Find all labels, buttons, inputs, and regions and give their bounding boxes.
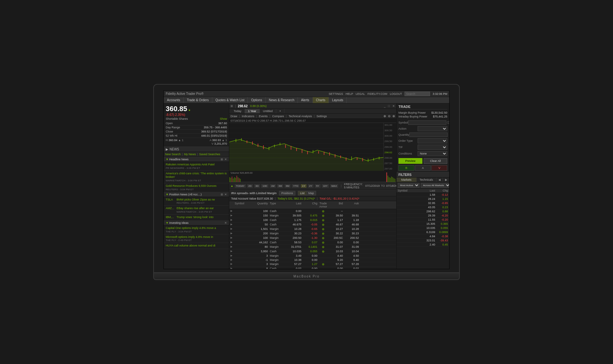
buy-btn[interactable]: B [398, 165, 414, 171]
logout-link[interactable]: LOGOUT [390, 92, 402, 95]
tab-technicals[interactable]: Technicals [417, 178, 437, 182]
position-filter-icon[interactable]: ⊞ [221, 193, 223, 196]
across-markets-select[interactable]: Across All Markets [421, 183, 449, 188]
3d-btn[interactable]: 3D [254, 184, 260, 188]
chart-maximize-icon[interactable]: □ [388, 104, 390, 108]
2d-btn[interactable]: 2D [247, 184, 253, 188]
row-expand-icon[interactable]: ▶ [231, 267, 234, 269]
draw-tool[interactable]: Draw [231, 115, 237, 118]
nav-charts[interactable]: Charts [313, 97, 329, 103]
chart-minimize-icon[interactable]: _ [384, 104, 386, 108]
investing-close-icon[interactable]: ✕ [224, 221, 227, 224]
help-link[interactable]: HELP [346, 92, 353, 95]
saved-searches-btn[interactable]: Saved Searches [199, 153, 220, 156]
row-expand-icon[interactable]: ▶ [231, 236, 234, 240]
action-select[interactable] [418, 126, 447, 131]
tab-1year[interactable]: 1 Year [245, 109, 260, 113]
list-item[interactable]: 323.01 -39.43 [397, 239, 449, 243]
search-input[interactable] [405, 92, 430, 96]
table-row[interactable]: ▶ 80 Margin 31.0701 0.1401 ⊕ 31.07 31.09 [229, 245, 396, 249]
filter-prev-icon[interactable]: ◀ [436, 178, 443, 182]
list-item[interactable]: Microsoft options imply 4.8% move in THE… [164, 234, 229, 243]
table-row[interactable]: ▶ 50 Cash 46.675 -0.05 ⊕ 46.67 46.68 [229, 223, 396, 227]
ytd-btn[interactable]: YTD [292, 184, 299, 188]
table-row[interactable]: ▶ 3 Margin 57.27 1.27 ⊕ 57.27 57.28 [229, 262, 396, 267]
nav-layouts[interactable]: Layouts [329, 97, 347, 103]
row-expand-icon[interactable]: ▶ [231, 245, 234, 249]
compare-tool[interactable]: Compare [272, 115, 284, 118]
table-row[interactable]: ▶ 200 Margin 30.23 -0.36 ⊕ 30.22 30.23 [229, 231, 396, 236]
nav-trade-orders[interactable]: Trade & Orders [184, 97, 212, 103]
chart-bottom-arrow[interactable]: ▲ [231, 184, 233, 187]
nav-alerts[interactable]: Alerts [298, 97, 313, 103]
order-type-select[interactable] [418, 138, 447, 143]
list-item[interactable]: 1.58 -0.12 [397, 193, 449, 197]
conditions-select[interactable]: None [418, 151, 447, 156]
row-expand-icon[interactable]: ▶ [231, 241, 234, 244]
list-item[interactable]: 29.39 -6.20 [397, 214, 449, 218]
row-expand-icon[interactable]: ▶ [231, 262, 234, 266]
table-row[interactable]: ▶ 100 Cash 0.00 ⊕ -- [229, 209, 396, 214]
settings-link[interactable]: SETTINGS [329, 92, 343, 95]
fidelity-link[interactable]: FIDELITY.COM [367, 92, 387, 95]
row-expand-icon[interactable]: ▶ [231, 227, 234, 231]
clear-button[interactable]: Clear All [424, 158, 448, 164]
2y-btn[interactable]: 2Y [308, 184, 314, 188]
list-item[interactable]: 28.24 1.15 [397, 197, 449, 201]
list-item[interactable]: AMZ... EBay shares rise after an ear MAR… [164, 206, 229, 215]
list-item[interactable]: America's child-care crisis: 'The entire… [164, 171, 229, 183]
list-item[interactable]: IBM,... Trump vows 'strong look' into [164, 215, 229, 221]
table-row[interactable]: ▶ 3,950 Cash 10.035 0.055 ⊕ 10.03 10.04 [229, 249, 396, 254]
indicators-tool[interactable]: Indicators [242, 115, 254, 118]
technical-analysis-tool[interactable]: Technical Analysis [289, 115, 312, 118]
list-item[interactable]: 11.55 -0.20 [397, 218, 449, 222]
positions-tab[interactable]: Positions [279, 191, 295, 195]
tab-markets[interactable]: Markets [397, 178, 417, 182]
headline-filter-icon[interactable]: ⊞ [221, 158, 223, 161]
filter-next-icon[interactable]: ▶ [443, 178, 449, 182]
quantity-input[interactable] [409, 133, 448, 137]
most-active-select[interactable]: Most Active [398, 183, 420, 188]
nav-options[interactable]: Options [248, 97, 265, 103]
list-item[interactable]: 2.40 0.45 [397, 243, 449, 247]
1m-btn[interactable]: 1M [270, 184, 276, 188]
row-expand-icon[interactable]: ▶ [231, 214, 234, 217]
1y-btn[interactable]: 1Y [301, 184, 306, 188]
table-row[interactable]: ▶ 44,162 Cash 58.53 0.07 ⊕ 0.00 0.00 [229, 240, 396, 245]
ask-btn[interactable]: A [415, 165, 431, 171]
list-item[interactable]: 10.035 0.055 [397, 226, 449, 230]
crosshair-icon[interactable]: ⊕ [392, 114, 395, 118]
list-item[interactable]: 6.3199 0.0899 [397, 230, 449, 234]
6m-btn[interactable]: 6M [284, 184, 291, 188]
list-item[interactable]: 4.84 -0.38 [397, 234, 449, 239]
legal-link[interactable]: LEGAL [356, 92, 365, 95]
row-expand-icon[interactable]: ▶ [231, 218, 234, 222]
list-item[interactable]: Gold Resource Produces 9,559 Ounces REUT… [164, 183, 229, 192]
list-item[interactable]: 43.05 0.23 [397, 205, 449, 209]
table-row[interactable]: ▶ 100 Margin 200.50 -1.30 ⊕ 200.5C 200.5… [229, 236, 396, 240]
tif-select[interactable] [418, 145, 447, 150]
max-btn[interactable]: MAX [330, 184, 338, 188]
shortable-show[interactable]: Show [220, 117, 227, 120]
chart-close-icon[interactable]: ✕ [392, 104, 395, 108]
tab-today[interactable]: Today [231, 109, 245, 113]
tab-add[interactable]: + [276, 109, 284, 113]
nav-news[interactable]: News & Research [266, 97, 298, 103]
chart-controls-icon[interactable]: ⊞ [231, 104, 233, 108]
table-row[interactable]: ▶ 100 Cash 1.175 0.015 ⊕ 1.17 1.18 [229, 218, 396, 223]
table-row[interactable]: ▶ 1,501 Margin 10.28 -0.65 ⊕ 10.27 10.28 [229, 227, 396, 231]
symbol-input[interactable] [408, 120, 446, 125]
table-row[interactable]: ▶ 3 Margin 3.49 0.00 4.40 4.50 [229, 254, 396, 258]
list-item[interactable]: 298.62 0.88 [397, 209, 449, 214]
list-tab[interactable]: List [298, 191, 306, 195]
headline-close-icon[interactable]: ✕ [224, 158, 227, 161]
3m-btn[interactable]: 3M [277, 184, 283, 188]
row-expand-icon[interactable]: ▶ [231, 250, 234, 253]
preview-button[interactable]: Preview [398, 158, 422, 164]
list-item[interactable]: 15.305 0.365 [397, 222, 449, 226]
tab-untitled[interactable]: Untitled [260, 109, 276, 113]
events-tool[interactable]: Events [259, 115, 268, 118]
zoom-in-icon[interactable]: ⊕ [383, 114, 386, 118]
my-news-btn[interactable]: My News [184, 153, 196, 156]
10y-btn[interactable]: 10Y [322, 184, 329, 188]
